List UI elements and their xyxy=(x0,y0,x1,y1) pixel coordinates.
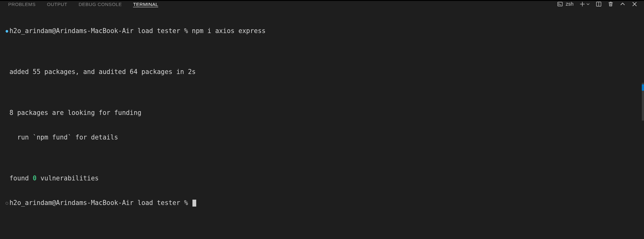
trash-button[interactable] xyxy=(608,1,614,7)
terminal-shell-indicator[interactable]: zsh xyxy=(557,1,574,7)
tab-terminal[interactable]: TERMINAL xyxy=(127,1,164,7)
terminal-line: found 0 vulnerabilities xyxy=(9,174,640,182)
scrollbar-marker xyxy=(642,84,644,91)
chevron-up-icon[interactable] xyxy=(619,1,626,7)
bottom-panel: PROBLEMS OUTPUT DEBUG CONSOLE TERMINAL z… xyxy=(0,0,644,239)
new-terminal-group xyxy=(579,1,590,7)
terminal-line: h2o_arindam@Arindams-MacBook-Air load te… xyxy=(9,27,640,35)
panel-actions: zsh xyxy=(557,1,641,7)
shell-name: zsh xyxy=(566,1,574,7)
svg-rect-0 xyxy=(558,2,563,6)
panel-tab-bar: PROBLEMS OUTPUT DEBUG CONSOLE TERMINAL z… xyxy=(0,1,644,7)
new-terminal-button[interactable] xyxy=(579,1,586,7)
tab-output[interactable]: OUTPUT xyxy=(41,1,73,7)
tab-debug-console[interactable]: DEBUG CONSOLE xyxy=(73,1,127,7)
prompt-bullet-idle-icon: ○ xyxy=(4,199,9,207)
split-terminal-button[interactable] xyxy=(596,1,602,7)
prompt-bullet-active-icon: ● xyxy=(4,27,9,35)
terminal-output[interactable]: ● h2o_arindam@Arindams-MacBook-Air load … xyxy=(0,7,644,239)
new-terminal-dropdown[interactable] xyxy=(586,1,590,7)
terminal-line: added 55 packages, and audited 64 packag… xyxy=(9,68,640,76)
terminal-line: 8 packages are looking for funding xyxy=(9,109,640,117)
tab-problems[interactable]: PROBLEMS xyxy=(3,1,41,7)
terminal-icon xyxy=(557,1,563,7)
close-panel-button[interactable] xyxy=(631,1,638,7)
terminal-line: h2o_arindam@Arindams-MacBook-Air load te… xyxy=(9,199,640,207)
terminal-line: run `npm fund` for details xyxy=(9,133,640,141)
terminal-cursor xyxy=(192,200,196,207)
